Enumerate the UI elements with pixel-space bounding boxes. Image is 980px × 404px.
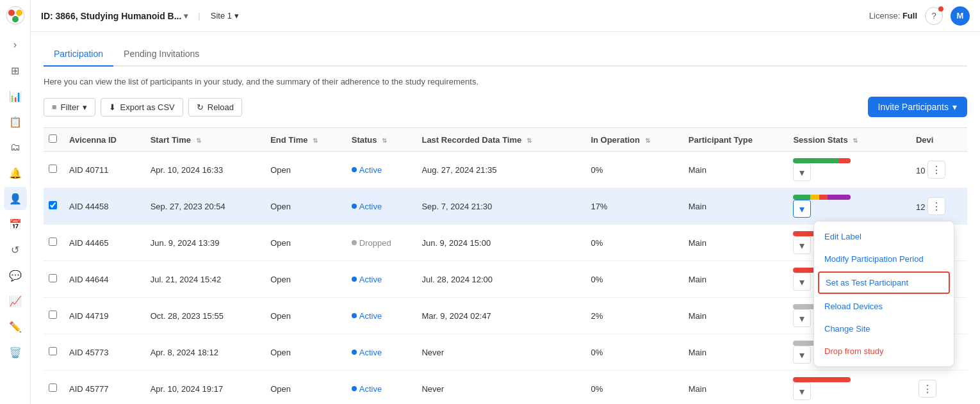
cell-type: Main [683, 188, 788, 225]
tab-participation[interactable]: Participation [44, 42, 113, 67]
context-menu-item[interactable]: Edit Label [814, 225, 954, 248]
table-row[interactable]: AID 44458Sep. 27, 2023 20:54OpenActiveSe… [44, 188, 967, 225]
cell-operation: 2% [585, 298, 683, 334]
table-row[interactable]: AID 40711Apr. 10, 2024 16:33OpenActiveAu… [44, 152, 967, 188]
cell-last-data: Jun. 9, 2024 15:00 [416, 225, 585, 261]
cell-type: Main [683, 225, 788, 261]
cell-devi: 10⋮ [911, 152, 967, 188]
cell-avicenna-id: AID 44644 [64, 261, 145, 298]
sidebar-item-calendar[interactable]: 📅 [4, 213, 27, 236]
sidebar-item-reports[interactable]: 📋 [4, 110, 27, 133]
svg-point-1 [8, 10, 15, 16]
cell-start-time: Oct. 28, 2023 15:55 [145, 298, 265, 334]
sidebar-item-messages[interactable]: 💬 [4, 264, 27, 287]
select-all-checkbox[interactable] [49, 134, 57, 143]
row-checkbox[interactable] [49, 311, 57, 319]
col-status[interactable]: Status ⇅ [347, 128, 417, 152]
col-session-stats[interactable]: Session Stats ⇅ [788, 128, 911, 152]
study-title[interactable]: ID: 3866, Studying Humanoid B... ▾ [41, 11, 188, 21]
cell-end-time: Open [265, 371, 347, 405]
tab-bar: Participation Pending Invitations [44, 42, 967, 67]
session-stats-dropdown[interactable]: ▾ [793, 346, 811, 364]
study-dropdown-icon[interactable]: ▾ [184, 12, 188, 20]
col-last-data[interactable]: Last Recorded Data Time ⇅ [416, 128, 585, 152]
site-selector[interactable]: Site 1 ▾ [211, 11, 239, 20]
export-icon: ⬇ [109, 102, 116, 112]
sidebar-item-insights[interactable]: 📈 [4, 289, 27, 312]
context-menu-item[interactable]: Set as Test Participant [818, 271, 950, 294]
cell-end-time: Open [265, 225, 347, 261]
row-actions-button[interactable]: ⋮ [927, 161, 945, 179]
filter-button[interactable]: ≡ Filter ▾ [44, 98, 95, 117]
cell-end-time: Open [265, 261, 347, 298]
cell-end-time: Open [265, 188, 347, 225]
select-all-checkbox-cell[interactable] [44, 128, 64, 152]
app-logo[interactable] [5, 5, 26, 26]
sidebar-item-analytics[interactable]: 📊 [4, 85, 27, 108]
filter-icon: ≡ [52, 102, 57, 112]
cell-end-time: Open [265, 334, 347, 371]
row-checkbox[interactable] [49, 347, 57, 355]
row-actions-button[interactable]: ⋮ [919, 380, 936, 398]
toolbar: ≡ Filter ▾ ⬇ Export as CSV ↻ Reload Invi… [44, 97, 967, 117]
context-menu-item[interactable]: Reload Devices [814, 295, 954, 318]
col-type[interactable]: Participant Type [683, 128, 788, 152]
row-actions-button[interactable]: ⋮ [927, 197, 945, 215]
cell-devi: ⋮ [911, 371, 967, 405]
study-title-text: ID: 3866, Studying Humanoid B... [41, 11, 181, 21]
table-row[interactable]: AID 45777Apr. 10, 2024 19:17OpenActiveNe… [44, 371, 967, 405]
svg-point-3 [12, 16, 19, 22]
cell-status: Active [347, 152, 417, 188]
tab-pending-invitations[interactable]: Pending Invitations [113, 42, 209, 67]
cell-session-stats: ▾ [788, 152, 911, 188]
col-operation[interactable]: In Operation ⇅ [585, 128, 683, 152]
sidebar-item-edit[interactable]: ✏️ [4, 315, 27, 338]
sidebar-item-notifications[interactable]: 🔔 [4, 161, 27, 184]
cell-last-data: Never [416, 371, 585, 405]
cell-status: Active [347, 298, 417, 334]
cell-type: Main [683, 334, 788, 371]
cell-type: Main [683, 371, 788, 405]
row-checkbox[interactable] [49, 201, 57, 209]
session-stats-dropdown[interactable]: ▾ [793, 309, 811, 327]
cell-last-data: Never [416, 334, 585, 371]
cell-operation: 0% [585, 152, 683, 188]
row-checkbox[interactable] [49, 274, 57, 282]
site-dropdown-icon: ▾ [234, 11, 239, 20]
row-checkbox[interactable] [49, 238, 57, 246]
reload-button[interactable]: ↻ Reload [188, 98, 242, 117]
col-avicenna-id[interactable]: Avicenna ID [64, 128, 145, 152]
invite-dropdown-icon: ▾ [952, 102, 957, 112]
export-csv-button[interactable]: ⬇ Export as CSV [101, 98, 183, 117]
table-header-row: Avicenna ID Start Time ⇅ End Time ⇅ Stat… [44, 128, 967, 152]
sidebar-item-participants[interactable]: 👤 [4, 187, 27, 210]
cell-avicenna-id: AID 45773 [64, 334, 145, 371]
sidebar-item-dashboard[interactable]: ⊞ [4, 59, 27, 82]
sidebar-item-collapse[interactable]: › [4, 33, 27, 56]
help-button[interactable]: ? [925, 7, 943, 25]
col-start-time[interactable]: Start Time ⇅ [145, 128, 265, 152]
invite-participants-button[interactable]: Invite Participants ▾ [868, 97, 968, 117]
cell-last-data: Jul. 28, 2024 12:00 [416, 261, 585, 298]
filter-dropdown-icon: ▾ [83, 102, 87, 112]
cell-session-stats: ▾ [788, 371, 911, 405]
session-stats-dropdown[interactable]: ▾ [793, 163, 811, 181]
row-checkbox[interactable] [49, 165, 57, 173]
col-devi[interactable]: Devi [911, 128, 967, 152]
session-stats-dropdown[interactable]: ▾ [793, 236, 811, 254]
cell-operation: 0% [585, 371, 683, 405]
row-checkbox[interactable] [49, 384, 57, 392]
sidebar-item-trash[interactable]: 🗑️ [4, 341, 27, 364]
avatar[interactable]: M [951, 6, 970, 26]
session-stats-dropdown[interactable]: ▾ [793, 382, 811, 400]
context-menu-item[interactable]: Change Site [814, 318, 954, 340]
session-stats-dropdown[interactable]: ▾ [793, 200, 811, 218]
cell-status: Active [347, 188, 417, 225]
context-menu-item[interactable]: Drop from study [814, 340, 954, 362]
context-menu-item[interactable]: Modify Participation Period [814, 248, 954, 270]
sidebar-item-files[interactable]: 🗂 [4, 136, 27, 159]
sidebar-item-history[interactable]: ↺ [4, 238, 27, 261]
session-stats-dropdown[interactable]: ▾ [793, 273, 811, 291]
cell-type: Main [683, 152, 788, 188]
col-end-time[interactable]: End Time ⇅ [265, 128, 347, 152]
